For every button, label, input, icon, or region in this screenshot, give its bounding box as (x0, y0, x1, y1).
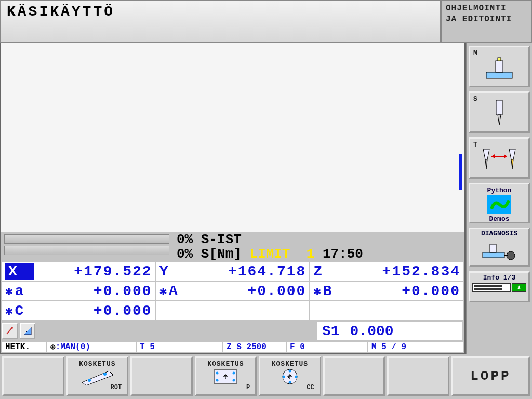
sidebar-s-button[interactable]: S (469, 91, 530, 133)
sidebar-info-button[interactable]: Info 1/3 i (469, 271, 530, 302)
axis-label-y: Y (159, 263, 189, 280)
probe-rot-icon (79, 368, 115, 385)
strip-hetk: HETK. (2, 342, 46, 352)
dro-x[interactable]: X +179.522 (2, 262, 155, 281)
svg-marker-14 (504, 154, 507, 158)
svg-point-33 (288, 370, 291, 373)
svg-marker-21 (82, 371, 113, 385)
info-label: Info 1/3 (472, 274, 526, 282)
axis-label-x: X (5, 263, 34, 280)
svg-point-23 (103, 373, 107, 376)
strip-m: M 5 / 9 (368, 342, 463, 352)
sidebar-t-label: T (473, 141, 477, 149)
softkey-kosketus-p[interactable]: KOSKETUS P (195, 356, 257, 396)
dro-y[interactable]: Y +164.718 (156, 262, 310, 281)
info-i-icon: i (512, 283, 526, 292)
svg-point-16 (507, 200, 510, 203)
svg-rect-6 (496, 100, 502, 115)
softkey-lopp[interactable]: LOPP (451, 356, 530, 396)
svg-rect-17 (483, 252, 504, 258)
position-readout: X +179.522 Y +164.718 Z +152.834 ✱a +0.0… (1, 261, 464, 321)
svg-line-0 (7, 328, 12, 334)
softkey-7[interactable] (387, 356, 449, 396)
strip-man: ⊕:MAN(0) (47, 342, 136, 352)
strip-t: T 5 (137, 342, 222, 352)
dro-C[interactable]: ✱C +0.000 (2, 301, 155, 320)
svg-point-27 (216, 379, 219, 382)
info-lines-icon (472, 283, 511, 292)
dro-B[interactable]: ✱B +0.000 (310, 282, 463, 300)
svg-point-1 (11, 327, 13, 329)
probe-cc-icon (274, 368, 305, 385)
sidebar-t-button[interactable]: T (469, 137, 530, 179)
header-secondary-mode: OHJELMOINTI JA EDITOINTI (441, 0, 532, 43)
header-mode-line1: OHJELMOINTI (446, 3, 527, 14)
dro-empty-1 (156, 301, 310, 320)
tool-change-icon (476, 146, 523, 172)
softkey-bar: KOSKETUS ROT KOSKETUS P KOSKETUS CC (0, 354, 532, 398)
graphics-canvas (3, 45, 462, 230)
svg-marker-7 (498, 115, 501, 125)
axis-value-y: +164.718 (228, 263, 306, 280)
sidebar-diagnosis-button[interactable]: DIAGNOSIS (469, 228, 530, 267)
python-snake-icon (487, 195, 511, 214)
softkey-kosketus-rot[interactable]: KOSKETUS ROT (66, 356, 129, 396)
softkey-6[interactable] (323, 356, 385, 396)
svg-point-28 (233, 379, 235, 382)
svg-point-19 (507, 251, 515, 260)
svg-rect-5 (498, 58, 501, 61)
status-text: 0% S-IST 0% S[Nm] LIMIT 1 17:50 (172, 232, 464, 261)
axis-value-x: +179.522 (74, 263, 152, 280)
right-sidebar: M S T (466, 43, 532, 354)
svg-point-26 (233, 372, 235, 375)
triangle-icon (22, 326, 33, 336)
load-bar-sist (4, 234, 169, 244)
svg-point-34 (288, 381, 291, 384)
scroll-marker[interactable] (459, 154, 462, 190)
axis-label-z: Z (313, 263, 342, 280)
work-area: 0% S-IST 0% S[Nm] LIMIT 1 17:50 X +179.5… (0, 43, 466, 354)
graph-icon-button[interactable] (20, 323, 35, 339)
svg-marker-10 (509, 149, 515, 159)
spindle-tool-icon (489, 98, 510, 127)
svg-marker-8 (483, 149, 489, 159)
svg-point-22 (88, 379, 91, 382)
diagnosis-label: DIAGNOSIS (469, 228, 530, 238)
sidebar-s-label: S (473, 95, 477, 103)
probe-p-icon (210, 368, 241, 385)
sidebar-python-button[interactable]: Python Demos (469, 183, 530, 223)
diagnosis-machine-icon (478, 242, 520, 262)
load-status-row: 0% S-IST 0% S[Nm] LIMIT 1 17:50 (1, 232, 464, 261)
dro-a-lower[interactable]: ✱a +0.000 (2, 282, 155, 300)
svg-point-35 (282, 376, 285, 378)
sidebar-m-label: M (473, 49, 477, 57)
dro-A[interactable]: ✱A +0.000 (156, 282, 310, 300)
load-bars (1, 232, 172, 261)
softkey-1[interactable] (2, 356, 64, 396)
sidebar-m-button[interactable]: M (469, 46, 530, 87)
python-label-top: Python (472, 187, 526, 194)
mode-title: KÄSIKÄYTTÖ (0, 0, 441, 43)
probe-icon-button[interactable] (2, 323, 18, 339)
svg-point-25 (216, 372, 219, 375)
svg-rect-3 (486, 72, 512, 78)
axis-value-z: +152.834 (382, 263, 460, 280)
load-bar-snm (4, 246, 169, 255)
dro-z[interactable]: Z +152.834 (310, 262, 463, 281)
softkey-3[interactable] (130, 356, 193, 396)
spindle-readout: S1 0.000 (317, 322, 462, 340)
under-dro-row: S1 0.000 (1, 321, 464, 341)
python-label-bottom: Demos (472, 215, 526, 223)
svg-rect-18 (490, 244, 496, 252)
header-mode-line2: JA EDITOINTI (446, 14, 527, 25)
softkey-kosketus-cc[interactable]: KOSKETUS CC (259, 356, 321, 396)
machine-icon (481, 57, 517, 83)
svg-marker-2 (24, 327, 31, 335)
svg-rect-4 (496, 61, 503, 72)
strip-f: F 0 (287, 342, 367, 352)
strip-zs: Z S 2500 (223, 342, 286, 352)
status-strip: HETK. ⊕:MAN(0) T 5 Z S 2500 F 0 M 5 / 9 (1, 341, 464, 353)
svg-point-36 (295, 376, 297, 378)
svg-marker-11 (511, 159, 513, 169)
svg-marker-9 (485, 159, 487, 169)
